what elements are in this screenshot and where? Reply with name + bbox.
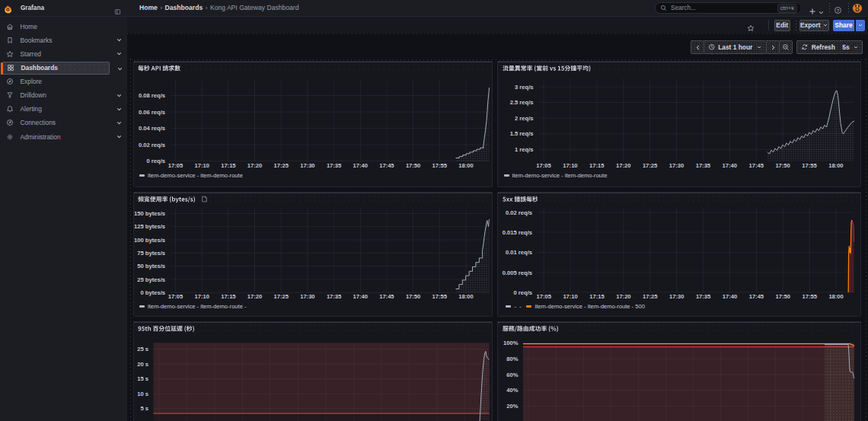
svg-text:0.005 req/s: 0.005 req/s [503,269,532,276]
svg-text:18:00: 18:00 [458,292,473,299]
svg-text:17:05: 17:05 [536,292,551,299]
svg-text:17:50: 17:50 [776,292,790,299]
svg-text:0.04 req/s: 0.04 req/s [138,125,164,132]
svg-text:17:05: 17:05 [168,161,183,168]
svg-text:17:45: 17:45 [748,161,764,168]
svg-text:0.08 req/s: 0.08 req/s [138,92,164,99]
svg-text:17:20: 17:20 [247,292,261,299]
svg-text:0.02 req/s: 0.02 req/s [506,209,532,215]
svg-text:17:50: 17:50 [405,161,420,168]
svg-text:1.5 req/s: 1.5 req/s [510,130,534,137]
svg-text:25 s: 25 s [137,346,148,352]
svg-text:17:10: 17:10 [563,292,577,299]
svg-text:2 req/s: 2 req/s [515,114,533,121]
svg-text:40%: 40% [506,387,518,394]
svg-text:10 s: 10 s [137,390,148,397]
svg-text:17:25: 17:25 [273,292,289,299]
svg-text:5 s: 5 s [140,405,148,412]
svg-text:18:00: 18:00 [828,161,843,168]
svg-text:17:05: 17:05 [168,292,183,299]
svg-text:?: ? [837,8,840,13]
svg-text:0.06 req/s: 0.06 req/s [138,108,164,115]
svg-text:17:55: 17:55 [802,292,817,299]
svg-text:17:55: 17:55 [432,292,447,299]
svg-text:20%: 20% [506,403,518,410]
svg-text:17:15: 17:15 [221,161,236,168]
svg-text:125 bytes/s: 125 bytes/s [134,223,165,230]
svg-text:0.015 req/s: 0.015 req/s [503,228,532,235]
svg-text:17:25: 17:25 [643,292,658,299]
svg-text:17:55: 17:55 [802,161,817,168]
svg-text:17:35: 17:35 [696,161,711,168]
svg-text:17:15: 17:15 [221,292,236,299]
svg-text:1 req/s: 1 req/s [515,145,533,152]
svg-text:17:50: 17:50 [405,292,420,299]
svg-text:100 bytes/s: 100 bytes/s [134,236,165,243]
svg-text:0.02 req/s: 0.02 req/s [138,141,164,148]
svg-text:17:40: 17:40 [723,161,737,168]
svg-text:17:30: 17:30 [669,292,684,299]
svg-text:17:30: 17:30 [300,161,314,168]
svg-text:0.01 req/s: 0.01 req/s [506,249,532,256]
svg-text:17:20: 17:20 [247,161,261,168]
svg-text:17:40: 17:40 [353,161,367,168]
svg-text:18:00: 18:00 [828,292,843,299]
svg-text:17:35: 17:35 [696,292,711,299]
svg-text:17:25: 17:25 [273,161,289,168]
svg-text:17:55: 17:55 [432,161,447,168]
svg-text:17:40: 17:40 [353,292,367,299]
svg-text:17:35: 17:35 [326,292,341,299]
svg-text:80%: 80% [506,355,518,362]
svg-text:17:15: 17:15 [589,292,605,299]
svg-text:17:10: 17:10 [194,161,209,168]
svg-text:20 s: 20 s [137,360,148,367]
svg-text:50 bytes/s: 50 bytes/s [137,263,165,270]
svg-text:17:45: 17:45 [379,292,394,299]
svg-text:2.5 req/s: 2.5 req/s [510,99,534,106]
svg-text:17:20: 17:20 [616,161,630,168]
svg-text:17:45: 17:45 [379,161,394,168]
svg-text:17:50: 17:50 [775,161,790,168]
svg-text:17:45: 17:45 [749,292,764,299]
svg-text:18:00: 18:00 [458,161,473,168]
svg-text:17:30: 17:30 [300,292,314,299]
svg-text:25 bytes/s: 25 bytes/s [137,276,165,282]
svg-text:0 req/s: 0 req/s [146,158,164,164]
svg-text:60%: 60% [506,371,518,378]
svg-text:15 s: 15 s [137,375,148,382]
svg-text:17:35: 17:35 [326,161,341,168]
svg-text:3 req/s: 3 req/s [515,83,533,90]
svg-text:17:05: 17:05 [536,161,551,168]
svg-text:0 bytes/s: 0 bytes/s [140,289,165,295]
svg-text:100%: 100% [503,339,519,346]
svg-text:150 bytes/s: 150 bytes/s [134,210,165,217]
svg-text:17:10: 17:10 [194,292,209,299]
svg-text:17:25: 17:25 [643,161,658,168]
svg-text:17:40: 17:40 [723,292,737,299]
svg-text:0 req/s: 0 req/s [514,289,532,295]
svg-text:17:10: 17:10 [563,161,577,168]
svg-text:17:20: 17:20 [616,292,630,299]
svg-text:17:15: 17:15 [589,161,605,168]
svg-text:17:30: 17:30 [669,161,684,168]
svg-text:75 bytes/s: 75 bytes/s [137,249,165,256]
